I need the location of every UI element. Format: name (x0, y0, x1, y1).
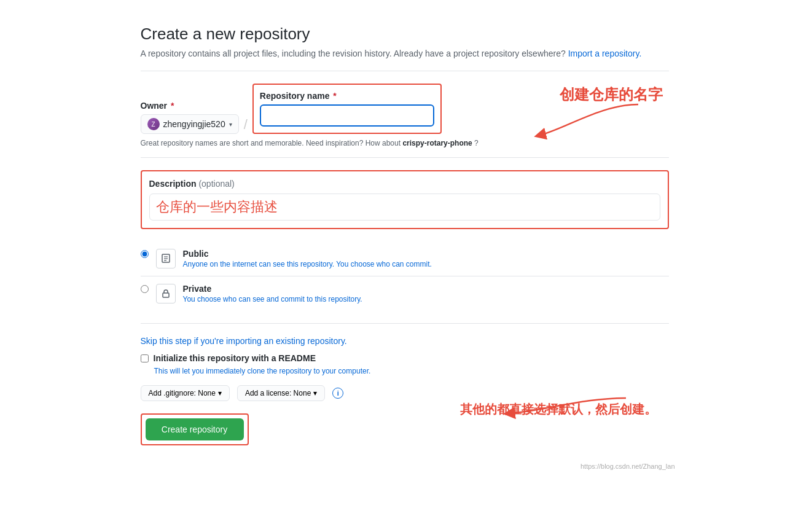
info-icon[interactable]: i (332, 388, 343, 399)
annotation-bottom-text: 其他的都直接选择默认，然后创建。 (460, 402, 657, 416)
watermark: https://blog.csdn.net/Zhang_lan (580, 463, 675, 470)
private-radio[interactable] (141, 285, 149, 293)
dropdown-chevron: ▾ (229, 121, 232, 128)
section-divider (141, 71, 669, 71)
divider-2 (141, 157, 669, 158)
gitignore-chevron: ▾ (218, 389, 222, 397)
private-icon (156, 284, 176, 303)
initialize-row: Initialize this repository with a README (141, 353, 669, 363)
private-option: Private You choose who can see and commi… (141, 276, 669, 311)
import-link[interactable]: Import a repository. (568, 49, 642, 58)
owner-name: zhengyingjie520 (163, 119, 225, 129)
suggestion-text: crispy-rotary-phone (402, 139, 472, 147)
license-chevron: ▾ (313, 389, 317, 397)
create-button-wrapper: Create repository (141, 413, 249, 445)
owner-repo-row: Owner * Z zhengyingjie520 ▾ / Repository… (141, 84, 669, 134)
owner-dropdown[interactable]: Z zhengyingjie520 ▾ (141, 114, 239, 134)
path-slash: / (244, 117, 248, 133)
repo-name-group: Repository name * (252, 84, 442, 134)
owner-group: Owner * Z zhengyingjie520 ▾ (141, 101, 239, 134)
owner-avatar: Z (147, 118, 160, 130)
readme-checkbox[interactable] (141, 354, 149, 362)
dropdowns-row: Add .gitignore: None ▾ Add a license: No… (141, 385, 669, 401)
description-section: Description (optional) (141, 170, 669, 229)
repo-name-input[interactable] (261, 108, 433, 123)
page-title: Create a new repository (141, 25, 669, 44)
license-dropdown[interactable]: Add a license: None ▾ (237, 385, 325, 401)
description-input[interactable] (149, 194, 660, 221)
init-hint: This will let you immediately clone the … (154, 367, 669, 375)
public-option: Public Anyone on the internet can see th… (141, 241, 669, 276)
readme-label: Initialize this repository with a README (154, 353, 316, 363)
divider-3 (141, 323, 669, 324)
public-content: Public Anyone on the internet can see th… (183, 249, 432, 268)
public-radio[interactable] (141, 250, 149, 258)
gitignore-dropdown[interactable]: Add .gitignore: None ▾ (141, 385, 230, 401)
svg-rect-4 (163, 293, 169, 297)
owner-label: Owner * (141, 101, 239, 111)
description-label: Description (optional) (149, 179, 660, 189)
subtitle: A repository contains all project files,… (141, 49, 669, 58)
description-optional: (optional) (198, 179, 234, 189)
skip-text: Skip this step if you're importing an ex… (141, 336, 669, 346)
create-repository-button[interactable]: Create repository (146, 418, 244, 440)
private-content: Private You choose who can see and commi… (183, 284, 362, 303)
public-icon (156, 249, 176, 268)
visibility-section: Public Anyone on the internet can see th… (141, 241, 669, 311)
repo-name-label: Repository name * (260, 91, 434, 101)
repo-name-input-wrapper (260, 104, 434, 127)
annotation-bottom-container: 其他的都直接选择默认，然后创建。 (460, 401, 657, 418)
repo-name-required: * (333, 91, 336, 101)
repo-hint: Great repository names are short and mem… (141, 139, 669, 147)
owner-required: * (171, 101, 174, 111)
